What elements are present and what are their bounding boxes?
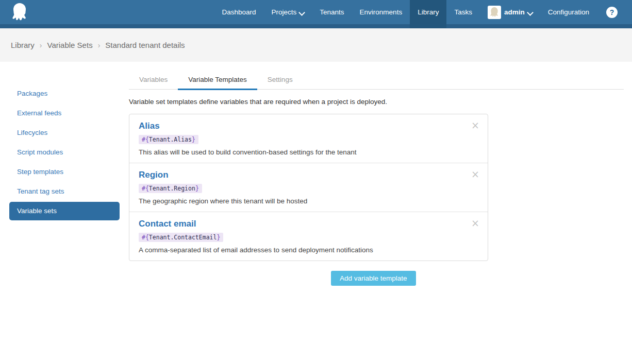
nav-item-environments[interactable]: Environments [352,0,410,28]
variable-binding-chip: #{Tenant.Alias} [139,135,198,144]
nav-item-tasks[interactable]: Tasks [446,0,480,28]
breadcrumb-separator: › [40,41,42,49]
sidebar-item-variable-sets[interactable]: Variable sets [9,202,120,220]
sidebar-item-external-feeds[interactable]: External feeds [9,104,120,123]
sidebar-item-lifecycles[interactable]: Lifecycles [9,124,120,142]
close-icon[interactable]: × [471,120,479,130]
template-name[interactable]: Alias [139,120,478,132]
template-help-text: This alias will be used to build convent… [139,148,478,156]
tab-variable-templates[interactable]: Variable Templates [178,71,257,90]
nav-item-label: Tenants [320,8,344,16]
nav-item-tenants[interactable]: Tenants [312,0,352,28]
chip-open-brace: #{ [142,185,149,192]
tab-variables[interactable]: Variables [129,71,178,89]
help-icon: ? [606,7,618,18]
breadcrumb-separator: › [98,41,101,49]
user-name: admin [504,8,525,16]
library-sidebar: Packages External feeds Lifecycles Scrip… [0,62,129,286]
nav-item-dashboard[interactable]: Dashboard [214,0,263,28]
chip-variable-name: Tenant.Alias [149,136,192,143]
nav-item-label: Tasks [454,8,472,16]
add-variable-template-button[interactable]: Add variable template [331,271,416,286]
template-help-text: A comma-separated list of email addresse… [139,246,478,254]
chip-open-brace: #{ [142,234,149,241]
template-help-text: The geographic region where this tenant … [139,197,478,205]
chip-variable-name: Tenant.ContactEmail [149,234,217,241]
nav-spacer [40,0,214,28]
chip-close-brace: } [192,136,195,143]
chip-variable-name: Tenant.Region [149,185,195,192]
template-card-alias: Alias #{Tenant.Alias} This alias will be… [129,114,488,163]
content-area: Variables Variable Templates Settings Va… [129,62,624,286]
sidebar-item-packages[interactable]: Packages [9,84,120,103]
nav-item-label: Library [418,8,439,16]
nav-item-label: Configuration [548,8,589,16]
chevron-down-icon [528,10,533,14]
variable-template-list: Alias #{Tenant.Alias} This alias will be… [129,114,488,261]
octopus-avatar-icon [489,7,500,18]
variable-binding-chip: #{Tenant.Region} [139,184,202,193]
breadcrumb-current-page: Standard tenant details [105,41,185,49]
nav-item-projects[interactable]: Projects [264,0,312,28]
octopus-logo[interactable] [0,0,40,28]
breadcrumb-library[interactable]: Library [11,41,35,49]
nav-item-configuration[interactable]: Configuration [540,0,597,28]
sidebar-item-step-templates[interactable]: Step templates [9,163,120,181]
nav-item-label: Dashboard [222,8,256,16]
tab-bar: Variables Variable Templates Settings [129,71,624,90]
breadcrumb-variable-sets[interactable]: Variable Sets [47,41,93,49]
chip-close-brace: } [217,234,220,241]
nav-item-label: Environments [360,8,403,16]
tab-settings[interactable]: Settings [257,71,303,89]
nav-item-library[interactable]: Library [410,0,446,28]
sidebar-item-tenant-tag-sets[interactable]: Tenant tag sets [9,182,120,201]
main-area: Packages External feeds Lifecycles Scrip… [0,62,632,286]
template-name[interactable]: Region [139,169,478,181]
help-button[interactable]: ? [597,0,632,28]
top-nav: Dashboard Projects Tenants Environments … [0,0,632,28]
variable-binding-chip: #{Tenant.ContactEmail} [139,233,223,242]
template-card-region: Region #{Tenant.Region} The geographic r… [129,163,488,212]
close-icon[interactable]: × [471,169,479,179]
chevron-down-icon [300,10,304,14]
user-menu[interactable]: admin [480,0,540,28]
breadcrumb: Library › Variable Sets › Standard tenan… [0,28,632,62]
page-description: Variable set templates define variables … [129,98,624,106]
chip-close-brace: } [195,185,199,192]
nav-item-label: Projects [272,8,297,16]
sidebar-item-script-modules[interactable]: Script modules [9,143,120,162]
avatar [488,6,501,19]
chip-open-brace: #{ [142,136,149,143]
template-card-contact-email: Contact email #{Tenant.ContactEmail} A c… [129,212,488,261]
octopus-logo-icon [10,2,29,23]
close-icon[interactable]: × [471,218,479,228]
template-name[interactable]: Contact email [139,218,478,230]
